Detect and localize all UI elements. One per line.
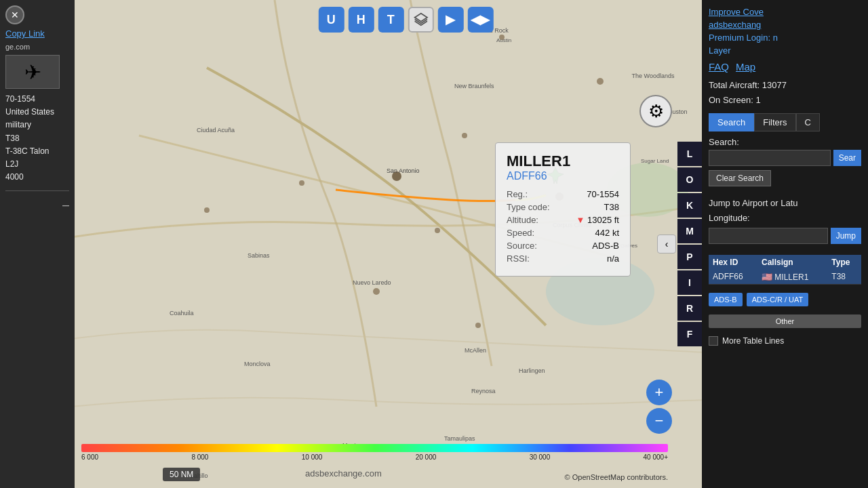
improve-coverage-link[interactable]: Improve Cove [709, 7, 861, 17]
nav-btn-l[interactable]: L [677, 142, 702, 166]
svg-point-3 [597, 78, 604, 85]
improve-text-2: adsbexchang [709, 20, 761, 30]
col-type[interactable]: Type [827, 255, 861, 270]
search-input[interactable] [709, 150, 831, 166]
on-screen-label: On Screen: [709, 95, 753, 105]
sidebar-type: military [5, 119, 69, 131]
alt-label-4: 30 000 [530, 453, 551, 461]
jump-label: Jump to Airport or Latu [709, 197, 861, 209]
map-btn-h[interactable]: H [348, 7, 374, 33]
collapse-panel-button[interactable]: ‹ [657, 235, 676, 253]
nav-btn-i[interactable]: I [677, 270, 702, 295]
popup-rssi-row: RSSI: n/a [507, 253, 619, 264]
more-table-lines-checkbox[interactable] [709, 336, 718, 346]
map-container[interactable]: Round Rock Austin The Woodlands Houston … [75, 0, 702, 488]
on-screen-value: 1 [755, 95, 760, 105]
jump-input[interactable] [709, 228, 828, 244]
table-row[interactable]: ADFF66 🇺🇸 MILLER1 T38 [709, 270, 861, 285]
popup-type-label: Type code: [507, 202, 561, 212]
popup-callsign: MILLER1 [507, 152, 619, 170]
map-btn-t[interactable]: T [378, 7, 403, 33]
nav-btn-p[interactable]: P [677, 245, 702, 269]
alt-label-0: 6 000 [81, 453, 98, 461]
sidebar-country: United States [5, 106, 69, 119]
sidebar-altitude: 4000 [5, 171, 69, 184]
premium-text: Premium Login: n [709, 33, 778, 43]
popup-source-label: Source: [507, 241, 561, 251]
svg-point-10 [204, 207, 210, 213]
svg-point-11 [373, 288, 380, 295]
nav-btn-m[interactable]: M [677, 219, 702, 243]
popup-reg-row: Reg.: 70-1554 [507, 189, 619, 199]
forward-button[interactable]: ▶ [437, 7, 463, 33]
flag-icon: 🇺🇸 [762, 272, 772, 282]
adsc-source-button[interactable]: ADS-C/R / UAT [747, 293, 809, 306]
svg-text:McAllen: McAllen [465, 347, 486, 354]
faq-link[interactable]: FAQ [709, 61, 729, 73]
col-callsign[interactable]: Callsign [757, 255, 827, 270]
adsb-source-button[interactable]: ADS-B [709, 293, 743, 306]
settings-button[interactable]: ⚙ [639, 95, 672, 127]
layer-link[interactable]: Layer [709, 45, 861, 56]
tab-filters[interactable]: Filters [754, 113, 795, 131]
popup-type-row: Type code: T38 [507, 202, 619, 212]
nav-btn-o[interactable]: O [677, 167, 702, 192]
side-nav: L O K M P I R F [677, 142, 702, 346]
nav-btn-k[interactable]: K [677, 193, 702, 218]
nav-btn-f[interactable]: F [677, 322, 702, 346]
zoom-in-button[interactable]: + [646, 380, 672, 405]
search-section: Search: Sear Clear Search [709, 137, 861, 192]
svg-point-9 [299, 180, 304, 186]
premium-login-link[interactable]: Premium Login: n [709, 33, 861, 43]
back-forward-button[interactable]: ◀▶ [467, 7, 493, 33]
alt-label-1: 8 000 [191, 453, 208, 461]
map-btn-u[interactable]: U [318, 7, 344, 33]
sidebar-minimize[interactable]: – [62, 198, 69, 212]
jump-button[interactable]: Jump [831, 228, 861, 244]
panel-stats: Total Aircraft: 13077 On Screen: 1 [709, 78, 861, 108]
popup-alt-value: ▼ 13025 ft [576, 215, 620, 225]
svg-point-5 [462, 133, 467, 138]
col-hex-id[interactable]: Hex ID [709, 255, 757, 270]
svg-point-8 [435, 228, 440, 233]
svg-text:Sabinas: Sabinas [248, 252, 270, 259]
svg-text:Monclova: Monclova [244, 361, 271, 367]
other-source-button[interactable]: Other [709, 314, 861, 328]
nav-btn-r[interactable]: R [677, 296, 702, 321]
distance-value: 50 NM [170, 470, 193, 479]
popup-type-value: T38 [604, 202, 619, 212]
total-aircraft-value: 13077 [762, 80, 787, 90]
cell-callsign: 🇺🇸 MILLER1 [757, 270, 827, 285]
svg-point-12 [475, 323, 481, 328]
sidebar-divider [5, 190, 69, 191]
altitude-color-bar: 6 000 8 000 10 000 20 000 30 000 40 000+ [81, 444, 668, 461]
tab-search[interactable]: Search [709, 113, 754, 131]
alt-label-2: 10 000 [302, 453, 323, 461]
svg-text:Harlingen: Harlingen [519, 367, 545, 374]
panel-tabs: Search Filters C [709, 113, 861, 131]
svg-text:Tamaulipas: Tamaulipas [444, 435, 475, 442]
popup-rssi-label: RSSI: [507, 253, 561, 264]
search-button[interactable]: Sear [833, 150, 861, 166]
aircraft-table: Hex ID Callsign Type ADFF66 🇺🇸 MILLER1 T… [709, 255, 861, 285]
layers-button[interactable] [408, 7, 433, 33]
clear-search-button[interactable]: Clear Search [709, 170, 771, 186]
popup-rssi-value: n/a [607, 253, 619, 264]
zoom-out-button[interactable]: − [646, 408, 672, 434]
map-link[interactable]: Map [736, 61, 755, 73]
popup-reg-label: Reg.: [507, 189, 561, 199]
tab-more[interactable]: C [796, 113, 820, 131]
close-button[interactable]: ✕ [5, 5, 24, 24]
popup-source-value: ADS-B [592, 241, 619, 251]
table-header-row: Hex ID Callsign Type [709, 255, 861, 270]
alt-label-5: 40 000+ [644, 453, 668, 461]
adsbexchange-link[interactable]: adsbexchang [709, 20, 861, 30]
copy-link[interactable]: Copy Link [5, 28, 69, 39]
svg-text:Austin: Austin [496, 37, 511, 43]
alt-bar-labels: 6 000 8 000 10 000 20 000 30 000 40 000+ [81, 453, 668, 461]
svg-text:Sugar Land: Sugar Land [641, 158, 669, 164]
more-table-lines-row: More Table Lines [709, 336, 861, 346]
alt-label-3: 20 000 [416, 453, 437, 461]
svg-text:Reynosa: Reynosa [471, 388, 496, 394]
layer-text: Layer [709, 45, 731, 56]
